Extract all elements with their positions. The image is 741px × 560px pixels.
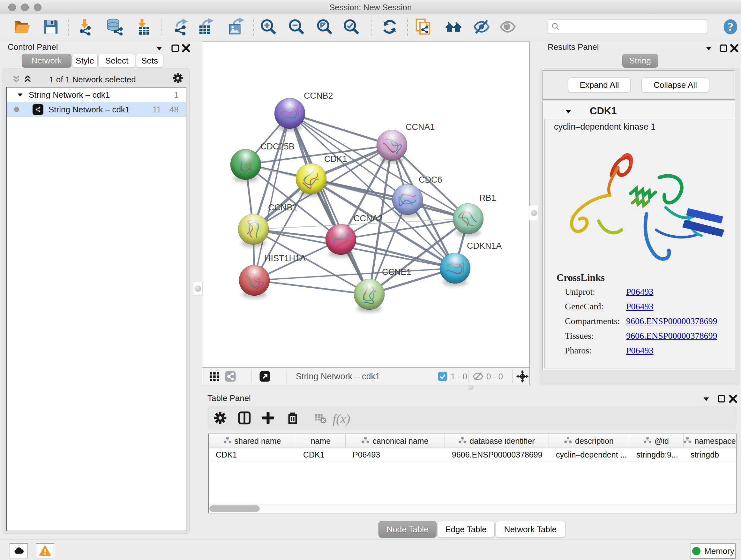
- column-header-namespace[interactable]: namespace: [684, 434, 736, 448]
- network-node[interactable]: [239, 265, 270, 298]
- column-header-id[interactable]: @id: [629, 434, 684, 448]
- network-edge[interactable]: [290, 113, 369, 294]
- network-edge[interactable]: [290, 113, 392, 145]
- import-table-icon[interactable]: [133, 18, 151, 36]
- column-header-canonical-name[interactable]: canonical name: [346, 434, 445, 448]
- network-edge[interactable]: [254, 268, 455, 280]
- cell-description[interactable]: cyclin–dependent ...: [549, 448, 629, 461]
- network-view-type-icon[interactable]: [225, 371, 236, 382]
- create-column-icon[interactable]: [261, 411, 275, 425]
- gene-collapse-icon[interactable]: [563, 107, 573, 116]
- string-documents-icon[interactable]: [414, 18, 431, 36]
- column-header-database-identifier[interactable]: database identifier: [445, 434, 549, 448]
- table-panel-close-icon[interactable]: [728, 393, 738, 404]
- scrollbar-thumb[interactable]: [209, 505, 260, 512]
- right-splitter-handle[interactable]: [529, 206, 539, 220]
- open-session-icon[interactable]: [13, 18, 30, 36]
- show-graphics-icon[interactable]: [499, 18, 516, 36]
- network-node[interactable]: [440, 253, 470, 286]
- network-node[interactable]: [238, 214, 269, 247]
- table-row[interactable]: CDK1 CDK1 P06493 9606.ENSP00000378699 cy…: [209, 448, 736, 462]
- network-node[interactable]: [377, 130, 407, 163]
- homes-icon[interactable]: [445, 18, 462, 36]
- refresh-icon[interactable]: [381, 18, 398, 36]
- column-header-name[interactable]: name: [296, 434, 346, 448]
- crosslink-value[interactable]: 9606.ENSP00000378699: [626, 331, 717, 341]
- crosslink-value[interactable]: P06493: [626, 287, 654, 297]
- hide-unhide-icon[interactable]: [473, 18, 490, 36]
- warnings-button[interactable]: [36, 543, 54, 558]
- tab-select[interactable]: Select: [98, 54, 135, 68]
- cell-namespace[interactable]: stringdb: [684, 448, 736, 461]
- crosslink-value[interactable]: P06493: [626, 346, 654, 356]
- cell-name[interactable]: CDK1: [296, 448, 346, 461]
- column-header-description[interactable]: description: [549, 434, 629, 448]
- grid-mode-icon[interactable]: [209, 371, 220, 382]
- zoom-out-icon[interactable]: [288, 18, 305, 36]
- export-network-icon[interactable]: [172, 18, 190, 36]
- cell-database-identifier[interactable]: 9606.ENSP00000378699: [445, 448, 549, 461]
- network-node[interactable]: [274, 98, 305, 131]
- expand-all-networks-icon[interactable]: [22, 73, 33, 84]
- zoom-fit-icon[interactable]: [316, 18, 333, 36]
- collapse-all-button[interactable]: Collapse All: [642, 77, 709, 92]
- tab-edge-table[interactable]: Edge Table: [437, 521, 495, 538]
- import-network-from-database-icon[interactable]: [106, 18, 123, 36]
- table-horizontal-scrollbar[interactable]: [209, 504, 736, 513]
- crosslink-value[interactable]: 9606.ENSP00000378699: [626, 316, 717, 326]
- cloud-tasks-button[interactable]: [10, 543, 28, 558]
- collapse-all-networks-icon[interactable]: [11, 73, 22, 84]
- tab-node-table[interactable]: Node Table: [379, 521, 436, 538]
- control-panel-float-icon[interactable]: [170, 43, 181, 54]
- results-panel-float-icon[interactable]: [718, 43, 729, 54]
- network-collection-row[interactable]: String Network – cdk1 1: [7, 87, 186, 102]
- table-panel-float-icon[interactable]: [716, 393, 727, 404]
- delete-column-icon[interactable]: [286, 411, 300, 425]
- search-field[interactable]: [548, 19, 707, 34]
- results-panel-close-icon[interactable]: [729, 43, 740, 54]
- cell-shared-name[interactable]: CDK1: [209, 448, 296, 461]
- network-node[interactable]: [230, 149, 261, 182]
- search-input[interactable]: [560, 22, 704, 31]
- bottom-splitter-handle[interactable]: [467, 385, 474, 389]
- table-panel-menu-icon[interactable]: [701, 393, 712, 404]
- import-network-icon[interactable]: [77, 18, 94, 36]
- cell-canonical-name[interactable]: P06493: [346, 448, 445, 461]
- collection-expand-icon[interactable]: [16, 91, 24, 99]
- network-node[interactable]: [354, 279, 385, 312]
- tab-network-table[interactable]: Network Table: [495, 521, 565, 538]
- tab-string-results[interactable]: String: [622, 54, 658, 68]
- network-node[interactable]: [453, 203, 483, 237]
- network-canvas[interactable]: CCNB2CCNA1CDC25BCDK1CDC6RB1CCNB1CCNA2CDK…: [202, 41, 530, 368]
- control-panel-close-icon[interactable]: [181, 43, 192, 54]
- cell-id[interactable]: stringdb:9...: [629, 448, 684, 461]
- fit-content-move-icon[interactable]: [516, 370, 529, 383]
- results-panel-menu-icon[interactable]: [703, 43, 714, 54]
- crosslink-value[interactable]: P06493: [626, 301, 654, 312]
- network-options-gear-icon[interactable]: [172, 73, 183, 84]
- birds-eye-view-icon[interactable]: [259, 371, 271, 382]
- network-edge[interactable]: [254, 280, 369, 294]
- memory-button[interactable]: Memory: [690, 543, 736, 559]
- export-image-icon[interactable]: [227, 18, 245, 36]
- tab-style[interactable]: Style: [72, 54, 98, 68]
- left-splitter-handle[interactable]: [193, 282, 203, 296]
- network-node[interactable]: [296, 164, 327, 197]
- column-header-shared-name[interactable]: shared name: [209, 434, 296, 448]
- tab-sets[interactable]: Sets: [136, 54, 163, 68]
- zoom-selected-icon[interactable]: [343, 18, 360, 36]
- network-row-selected[interactable]: String Network – cdk1 11 48: [7, 102, 186, 117]
- network-edge[interactable]: [311, 179, 468, 219]
- show-columns-icon[interactable]: [238, 411, 252, 425]
- expand-all-button[interactable]: Expand All: [568, 77, 630, 92]
- save-session-icon[interactable]: [42, 18, 59, 36]
- zoom-in-icon[interactable]: [260, 18, 277, 36]
- network-node[interactable]: [392, 184, 423, 217]
- export-table-icon[interactable]: [197, 18, 214, 36]
- control-panel-menu-icon[interactable]: [154, 43, 165, 54]
- selected-checkbox-icon[interactable]: [438, 372, 448, 381]
- network-node[interactable]: [326, 224, 356, 257]
- tab-network[interactable]: Network: [22, 54, 71, 68]
- table-settings-gear-icon[interactable]: [213, 411, 227, 425]
- network-graph[interactable]: CCNB2CCNA1CDC25BCDK1CDC6RB1CCNB1CCNA2CDK…: [202, 42, 529, 367]
